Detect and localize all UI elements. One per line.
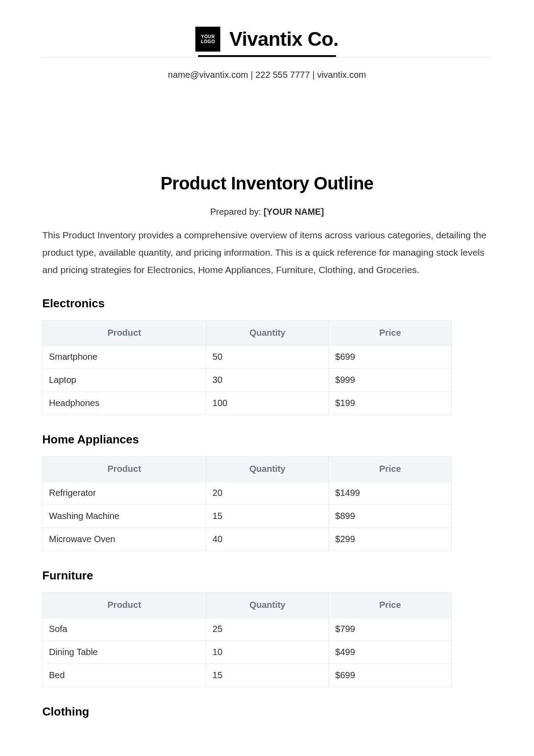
logo-text-line2: LOGO <box>201 39 215 44</box>
header-divider <box>42 57 492 57</box>
cell-quantity: 15 <box>206 664 329 687</box>
section-title: Clothing <box>42 705 492 719</box>
table-row: Sofa25$799 <box>43 617 452 640</box>
column-header-product: Product <box>43 456 206 481</box>
header-top: YOUR LOGO Vivantix Co. <box>195 27 338 52</box>
table-row: Microwave Oven40$299 <box>43 527 452 551</box>
cell-quantity: 30 <box>206 368 329 391</box>
cell-price: $199 <box>329 391 452 414</box>
intro-paragraph: This Product Inventory provides a compre… <box>42 227 492 279</box>
contact-line: name@vivantix.com | 222 555 7777 | vivan… <box>168 70 366 80</box>
table-header-row: ProductQuantityPrice <box>43 456 452 481</box>
cell-quantity: 100 <box>206 391 329 414</box>
document-header: YOUR LOGO Vivantix Co. name@vivantix.com… <box>42 27 492 80</box>
column-header-price: Price <box>329 592 452 617</box>
inventory-section: Clothing <box>42 705 492 719</box>
sections-container: ElectronicsProductQuantityPriceSmartphon… <box>42 297 492 719</box>
table-header-row: ProductQuantityPrice <box>43 592 452 617</box>
inventory-section: ElectronicsProductQuantityPriceSmartphon… <box>42 297 492 415</box>
table-row: Washing Machine15$899 <box>43 504 452 527</box>
inventory-table: ProductQuantityPriceSofa25$799Dining Tab… <box>42 592 452 687</box>
column-header-price: Price <box>329 320 452 345</box>
cell-product: Laptop <box>43 368 206 391</box>
inventory-section: FurnitureProductQuantityPriceSofa25$799D… <box>42 569 492 687</box>
inventory-section: Home AppliancesProductQuantityPriceRefri… <box>42 433 492 551</box>
table-header-row: ProductQuantityPrice <box>43 320 452 345</box>
cell-product: Dining Table <box>43 640 206 664</box>
cell-price: $899 <box>329 504 452 527</box>
column-header-product: Product <box>43 592 206 617</box>
cell-product: Headphones <box>43 391 206 414</box>
cell-quantity: 20 <box>206 481 329 504</box>
cell-product: Refrigerator <box>43 481 206 504</box>
cell-quantity: 50 <box>206 345 329 368</box>
table-row: Laptop30$999 <box>43 368 452 391</box>
table-row: Refrigerator20$1499 <box>43 481 452 504</box>
table-row: Headphones100$199 <box>43 391 452 414</box>
cell-quantity: 25 <box>206 617 329 640</box>
logo-text-line1: YOUR <box>201 34 215 39</box>
prepared-by-line: Prepared by: [YOUR NAME] <box>42 207 492 217</box>
company-name: Vivantix Co. <box>229 28 338 50</box>
table-row: Bed15$699 <box>43 664 452 687</box>
column-header-quantity: Quantity <box>206 456 329 481</box>
cell-price: $699 <box>329 664 452 687</box>
cell-price: $999 <box>329 368 452 391</box>
cell-price: $499 <box>329 640 452 664</box>
inventory-table: ProductQuantityPriceRefrigerator20$1499W… <box>42 456 452 551</box>
cell-product: Sofa <box>43 617 206 640</box>
cell-quantity: 40 <box>206 527 329 551</box>
section-title: Electronics <box>42 297 492 310</box>
page: YOUR LOGO Vivantix Co. name@vivantix.com… <box>0 0 534 746</box>
cell-price: $699 <box>329 345 452 368</box>
cell-product: Microwave Oven <box>43 527 206 551</box>
cell-product: Smartphone <box>43 345 206 368</box>
logo-placeholder: YOUR LOGO <box>195 27 220 52</box>
cell-quantity: 15 <box>206 504 329 527</box>
cell-price: $299 <box>329 527 452 551</box>
cell-price: $1499 <box>329 481 452 504</box>
inventory-table: ProductQuantityPriceSmartphone50$699Lapt… <box>42 320 452 415</box>
column-header-quantity: Quantity <box>206 320 329 345</box>
cell-product: Washing Machine <box>43 504 206 527</box>
cell-quantity: 10 <box>206 640 329 664</box>
column-header-product: Product <box>43 320 206 345</box>
section-title: Furniture <box>42 569 492 583</box>
column-header-price: Price <box>329 456 452 481</box>
column-header-quantity: Quantity <box>206 592 329 617</box>
cell-product: Bed <box>43 664 206 687</box>
table-row: Dining Table10$499 <box>43 640 452 664</box>
document-title: Product Inventory Outline <box>42 173 492 193</box>
prepared-by-label: Prepared by: <box>210 207 263 217</box>
prepared-by-name: [YOUR NAME] <box>263 207 324 217</box>
section-title: Home Appliances <box>42 433 492 446</box>
table-row: Smartphone50$699 <box>43 345 452 368</box>
cell-price: $799 <box>329 617 452 640</box>
